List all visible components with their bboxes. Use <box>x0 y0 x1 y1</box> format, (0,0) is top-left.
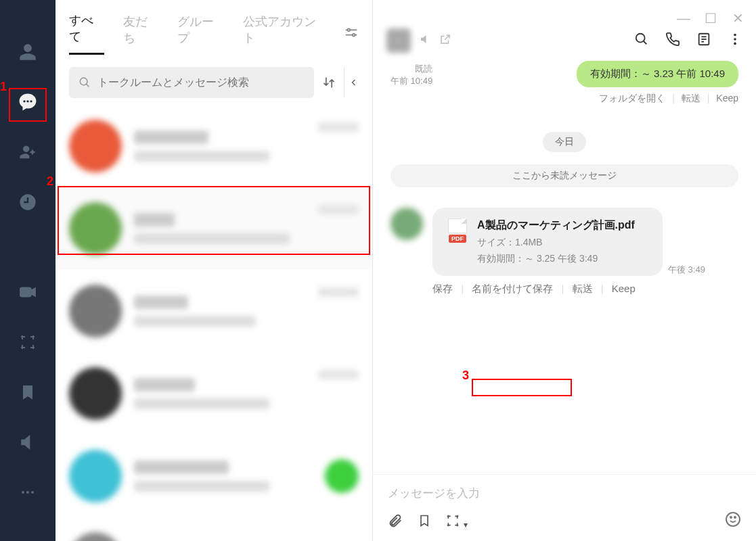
chat-item-time <box>318 370 359 379</box>
svg-point-15 <box>636 33 645 42</box>
message-composer: ▾ <box>373 474 756 541</box>
message-time: 午後 3:49 <box>668 264 705 276</box>
action-forward[interactable]: 転送 <box>682 93 701 103</box>
message-row-sent: 既読 午前 10:49 有効期間：～ 3.23 午前 10:49 <box>391 61 738 87</box>
chat-item[interactable] <box>55 187 372 270</box>
sort-icon[interactable] <box>319 68 338 97</box>
message-time: 午前 10:49 <box>391 75 432 87</box>
search-icon[interactable] <box>634 32 649 50</box>
sidebar-add-friend-icon[interactable] <box>13 137 43 167</box>
pdf-icon: PDF <box>446 218 469 243</box>
sidebar <box>0 0 55 541</box>
file-header: PDF A製品のマーケティング計画.pdf サイズ：1.4MB 有効期間：～ 3… <box>446 218 649 265</box>
message-bubble-sent: 有効期間：～ 3.23 午前 10:49 <box>577 61 738 87</box>
sidebar-profile-icon[interactable] <box>13 37 43 67</box>
action-keep[interactable]: Keep <box>716 93 738 103</box>
close-button[interactable]: ✕ <box>730 10 745 26</box>
composer-icons: ▾ <box>388 513 468 532</box>
svg-point-26 <box>734 517 736 518</box>
file-size: サイズ：1.4MB <box>477 237 635 249</box>
svg-point-13 <box>80 78 87 85</box>
sidebar-timeline-icon[interactable] <box>13 187 43 217</box>
bookmark-icon[interactable] <box>418 514 431 531</box>
sidebar-capture-icon[interactable] <box>13 327 43 357</box>
sidebar-bottom-group <box>13 277 43 541</box>
capture-icon[interactable]: ▾ <box>446 514 468 531</box>
file-validity: 有効期間：～ 3.25 午後 3:49 <box>477 253 635 265</box>
svg-point-24 <box>726 513 740 526</box>
message-meta: 既読 午前 10:49 <box>391 63 432 87</box>
svg-point-6 <box>22 491 24 494</box>
chat-item[interactable] <box>55 435 372 517</box>
svg-point-0 <box>23 100 25 102</box>
chat-item-time <box>318 205 359 214</box>
popout-icon[interactable] <box>439 33 451 48</box>
action-save[interactable]: 保存 <box>432 283 453 294</box>
chat-item-time <box>318 287 359 297</box>
tab-filter-icon[interactable] <box>344 25 359 43</box>
chat-item-text <box>134 461 313 492</box>
action-open-folder[interactable]: フォルダを開く <box>599 93 665 103</box>
chat-item-text <box>134 378 306 409</box>
tab-all[interactable]: すべて <box>69 12 104 55</box>
sidebar-chat-icon[interactable] <box>13 87 43 117</box>
chat-item[interactable] <box>55 517 372 541</box>
chat-item[interactable] <box>55 352 372 435</box>
avatar <box>69 450 122 502</box>
chat-item-text <box>134 131 306 162</box>
chat-items <box>55 105 372 541</box>
svg-point-23 <box>734 42 736 45</box>
message-row-received: PDF A製品のマーケティング計画.pdf サイズ：1.4MB 有効期間：～ 3… <box>391 208 738 276</box>
avatar <box>69 120 122 172</box>
action-forward[interactable]: 転送 <box>573 283 593 294</box>
svg-point-25 <box>730 517 732 518</box>
conversation-panel: — ☐ ✕ 既読 午前 10:49 有効期間：～ 3.23 午前 10:49 <box>373 0 756 541</box>
svg-point-22 <box>734 38 736 41</box>
composer-input[interactable] <box>388 487 741 500</box>
svg-line-14 <box>86 84 89 87</box>
search-box[interactable] <box>69 67 314 98</box>
svg-point-12 <box>353 33 355 36</box>
file-actions: 保存 | 名前を付けて保存 | 転送 | Keep <box>432 283 738 296</box>
sidebar-speaker-icon[interactable] <box>13 427 43 457</box>
action-save-as[interactable]: 名前を付けて保存 <box>472 283 553 294</box>
conversation-avatar <box>386 28 411 53</box>
chat-list-panel: すべて 友だち グループ 公式アカウント <box>55 0 373 541</box>
sidebar-more-icon[interactable] <box>13 477 43 507</box>
avatar <box>69 202 122 255</box>
read-status: 既読 <box>391 63 432 75</box>
speaker-icon[interactable] <box>419 33 431 48</box>
file-name: A製品のマーケティング計画.pdf <box>477 218 635 233</box>
chat-item[interactable] <box>55 270 372 352</box>
attach-icon[interactable] <box>388 513 403 532</box>
search-icon <box>79 76 91 89</box>
chat-item[interactable] <box>55 105 372 187</box>
unread-separator: ここから未読メッセージ <box>391 164 738 187</box>
maximize-button[interactable]: ☐ <box>703 10 718 26</box>
avatar <box>69 285 122 337</box>
svg-line-16 <box>644 41 647 44</box>
date-separator: 今日 <box>391 132 738 152</box>
emoji-icon[interactable] <box>725 511 741 532</box>
tab-friends[interactable]: 友だち <box>123 14 158 54</box>
svg-point-2 <box>30 100 32 102</box>
file-message-bubble[interactable]: PDF A製品のマーケティング計画.pdf サイズ：1.4MB 有効期間：～ 3… <box>432 208 663 276</box>
chat-tabs: すべて 友だち グループ 公式アカウント <box>55 0 372 55</box>
tab-official[interactable]: 公式アカウント <box>243 14 325 54</box>
window-controls: — ☐ ✕ <box>676 0 756 37</box>
avatar <box>69 532 122 541</box>
search-input[interactable] <box>97 76 305 89</box>
chat-item-text <box>134 213 306 244</box>
tab-groups[interactable]: グループ <box>177 14 224 54</box>
collapse-icon[interactable] <box>344 68 363 97</box>
sender-avatar <box>391 208 423 240</box>
messages-area: 既読 午前 10:49 有効期間：～ 3.23 午前 10:49 フォルダを開く… <box>373 54 756 474</box>
svg-point-7 <box>26 491 29 494</box>
app-root: 1 2 3 <box>0 0 756 541</box>
message-actions: フォルダを開く | 転送 | Keep <box>391 93 738 105</box>
avatar <box>69 367 122 420</box>
minimize-button[interactable]: — <box>676 11 691 26</box>
sidebar-keep-icon[interactable] <box>13 377 43 407</box>
action-keep[interactable]: Keep <box>612 283 636 294</box>
sidebar-video-icon[interactable] <box>13 277 43 307</box>
